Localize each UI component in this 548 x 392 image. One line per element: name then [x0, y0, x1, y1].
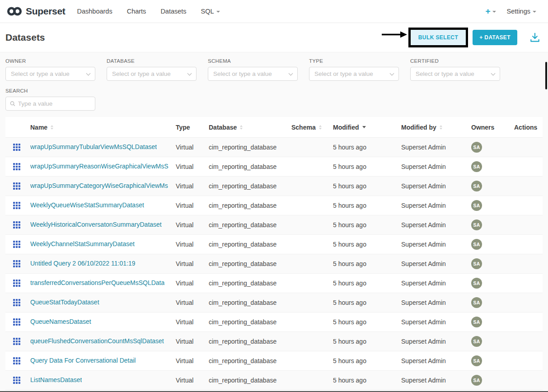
owner-avatar[interactable]: SA [471, 375, 482, 386]
filter-label: DATABASE [107, 58, 197, 64]
dataset-modified: 5 hours ago [333, 163, 401, 170]
search-input[interactable] [18, 100, 91, 107]
owner-avatar[interactable]: SA [471, 278, 482, 289]
dataset-name-link[interactable]: wrapUpSummaryReasonWiseGraphicalViewMsS [30, 163, 169, 170]
owner-avatar[interactable]: SA [471, 336, 482, 347]
owner-avatar[interactable]: SA [471, 297, 482, 308]
dataset-icon-cell [5, 357, 30, 364]
scrollbar-thumb[interactable] [545, 62, 547, 89]
owner-avatar[interactable]: SA [471, 355, 482, 366]
dataset-modified-by: Superset Admin [401, 280, 470, 287]
dataset-name-link[interactable]: wrapUpSummaryTubularViewMsSQLDataset [30, 143, 157, 150]
owner-avatar[interactable]: SA [471, 200, 482, 211]
column-header-modified-by[interactable]: Modified by [401, 124, 470, 131]
dataset-name-cell: wrapUpSummaryTubularViewMsSQLDataset [30, 143, 176, 152]
dataset-modified: 5 hours ago [333, 280, 401, 287]
table-row: wrapUpSummaryTubularViewMsSQLDataset Vir… [5, 138, 543, 157]
owner-avatar[interactable]: SA [471, 258, 482, 269]
table-row: queueFlushedConversationCountMsSqlDatase… [5, 332, 543, 351]
dataset-owners-cell: SA [470, 239, 514, 250]
infinity-logo-icon [6, 6, 23, 16]
sort-icon [240, 125, 243, 130]
table-row: Query Data For Conversational Detail Vir… [5, 351, 543, 371]
table-row: ListNamesDataset Virtual cim_reporting_d… [5, 371, 543, 390]
dataset-icon-cell [5, 241, 30, 248]
dataset-name-link[interactable]: ListNamesDataset [30, 376, 82, 383]
column-label: Type [176, 124, 190, 131]
dataset-modified: 5 hours ago [333, 221, 401, 229]
dataset-name-link[interactable]: queueFlushedConversationCountMsSqlDatase… [30, 337, 164, 345]
dataset-name-cell: WeeklyChannelStatSummaryDataset [30, 240, 176, 249]
search-field: SEARCH [5, 88, 95, 111]
dataset-type: Virtual [176, 299, 209, 306]
dataset-modified: 5 hours ago [333, 202, 401, 209]
dataset-owners-cell: SA [470, 219, 514, 230]
dataset-name-cell: ListNamesDataset [30, 376, 176, 385]
new-item-button[interactable]: + [485, 6, 496, 16]
dataset-name-link[interactable]: QueueStatTodayDataset [30, 299, 99, 306]
column-label: Modified by [401, 124, 436, 131]
dataset-name-cell: wrapUpSummaryReasonWiseGraphicalViewMsS [30, 163, 176, 171]
filter-select[interactable]: Select or type a value [309, 67, 399, 81]
filter-select[interactable]: Select or type a value [208, 67, 298, 81]
dataset-owners-cell: SA [470, 258, 514, 269]
chevron-down-icon [533, 11, 536, 13]
filter-field: TYPE Select or type a value [309, 58, 399, 81]
column-header-modified[interactable]: Modified [333, 124, 401, 131]
select-placeholder: Select or type a value [213, 70, 272, 77]
table-row: QueueNamesDataset Virtual cim_reporting_… [5, 313, 543, 332]
superset-logo[interactable]: Superset [6, 6, 65, 17]
dataset-name-link[interactable]: Query Data For Conversational Detail [30, 357, 136, 364]
dataset-name-link[interactable]: QueueNamesDataset [30, 318, 91, 325]
dataset-owners-cell: SA [470, 142, 514, 153]
dataset-name-link[interactable]: transferredConversationsPerQueueMsSQLDat… [30, 279, 164, 286]
dataset-database: cim_reporting_database [209, 241, 291, 248]
nav-charts[interactable]: Charts [127, 8, 146, 15]
dataset-table-icon [13, 260, 20, 267]
dataset-table-icon [13, 318, 20, 326]
bulk-select-button[interactable]: BULK SELECT [411, 30, 466, 45]
nav-sql[interactable]: SQL [201, 8, 220, 15]
dataset-name-link[interactable]: WeeklyQueueWiseStatSummaryDataset [30, 201, 144, 209]
settings-menu[interactable]: Settings [507, 8, 536, 15]
owner-avatar[interactable]: SA [471, 219, 482, 230]
column-header-name[interactable]: Name [30, 124, 176, 131]
chevron-down-icon [492, 11, 496, 13]
filter-selects: OWNER Select or type a value DATABASE Se… [5, 58, 543, 81]
owner-avatar[interactable]: SA [471, 181, 482, 191]
dataset-modified: 5 hours ago [333, 377, 401, 384]
dataset-type: Virtual [176, 357, 209, 364]
owner-avatar[interactable]: SA [471, 142, 482, 153]
nav-dashboards[interactable]: Dashboards [77, 8, 112, 15]
select-placeholder: Select or type a value [112, 70, 171, 77]
column-header-schema[interactable]: Schema [291, 124, 333, 131]
dataset-modified-by: Superset Admin [401, 338, 470, 345]
dataset-modified: 5 hours ago [333, 260, 401, 267]
dataset-modified-by: Superset Admin [401, 318, 470, 326]
sort-icon [440, 125, 442, 130]
nav-datasets[interactable]: Datasets [160, 8, 186, 15]
column-header-owners: Owners [470, 124, 514, 131]
export-datasets-button[interactable] [529, 32, 541, 43]
owner-avatar[interactable]: SA [471, 161, 482, 172]
filter-select[interactable]: Select or type a value [410, 67, 500, 81]
column-header-database[interactable]: Database [209, 124, 291, 131]
dataset-name-cell: WeeklyHistoricalConversatonSummaryDatase… [30, 221, 176, 229]
owner-avatar[interactable]: SA [471, 239, 482, 250]
dataset-name-link[interactable]: WeeklyChannelStatSummaryDataset [30, 240, 135, 247]
filter-select[interactable]: Select or type a value [107, 67, 197, 81]
dataset-database: cim_reporting_database [209, 357, 291, 364]
dataset-name-link[interactable]: WeeklyHistoricalConversatonSummaryDatase… [30, 221, 162, 228]
sort-icon [362, 126, 366, 128]
dataset-name-link[interactable]: Untitled Query 2 06/10/2022 11:01:19 [30, 260, 135, 267]
dataset-name-link[interactable]: wrapUpSummaryCategoryWiseGraphicalViewMs [30, 182, 168, 189]
add-dataset-button[interactable]: + DATASET [473, 30, 517, 45]
dataset-icon-cell [5, 299, 30, 306]
dataset-owners-cell: SA [470, 181, 514, 191]
filter-select[interactable]: Select or type a value [5, 67, 95, 81]
dataset-owners-cell: SA [470, 317, 514, 327]
owner-avatar[interactable]: SA [471, 317, 482, 327]
settings-label: Settings [507, 8, 530, 15]
filter-field: CERTIFIED Select or type a value [410, 58, 500, 81]
dataset-modified-by: Superset Admin [401, 241, 470, 248]
